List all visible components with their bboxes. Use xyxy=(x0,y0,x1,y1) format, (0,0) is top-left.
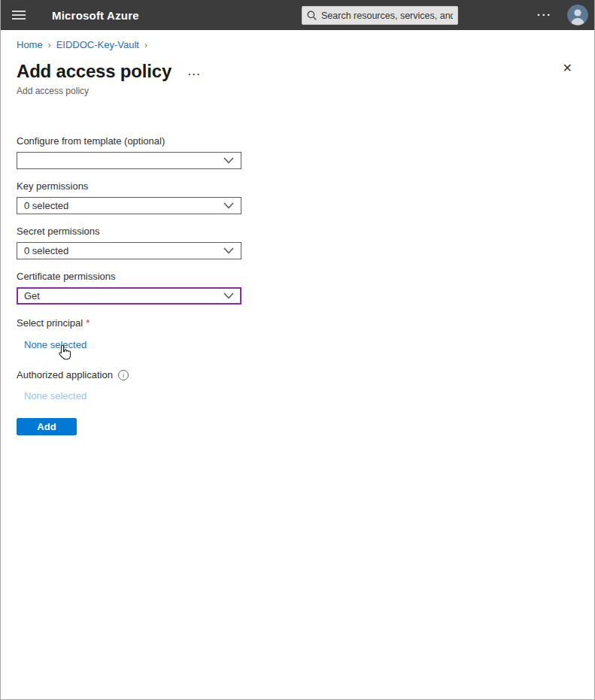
select-principal-block: Select principal* None selected xyxy=(17,317,578,351)
chevron-down-icon xyxy=(223,202,234,209)
hamburger-menu-icon[interactable] xyxy=(1,0,37,30)
chevron-down-icon xyxy=(223,157,234,164)
azure-brand-title: Microsoft Azure xyxy=(52,9,139,22)
key-permissions-select[interactable]: 0 selected xyxy=(17,197,241,214)
info-icon[interactable]: i xyxy=(118,370,129,380)
page-title: Add access policy xyxy=(17,61,172,82)
secret-permissions-select[interactable]: 0 selected xyxy=(17,242,241,259)
authorized-application-label: Authorized application xyxy=(17,369,113,380)
required-asterisk: * xyxy=(86,317,90,329)
select-principal-label: Select principal* xyxy=(17,317,578,329)
topbar-more-icon[interactable]: ··· xyxy=(533,6,557,24)
title-row: Add access policy ··· ✕ xyxy=(17,61,578,82)
field-configure-template: Configure from template (optional) xyxy=(17,135,578,169)
title-more-icon[interactable]: ··· xyxy=(188,68,202,80)
secret-permissions-label: Secret permissions xyxy=(17,226,578,237)
select-principal-link[interactable]: None selected xyxy=(24,339,87,350)
select-value: 0 selected xyxy=(24,245,223,256)
field-secret-permissions: Secret permissions 0 selected xyxy=(17,226,578,259)
global-search-input[interactable] xyxy=(321,11,453,21)
person-icon xyxy=(567,5,588,26)
breadcrumb: Home›EIDDOC-Key-Vault› xyxy=(17,39,578,51)
breadcrumb-home-link[interactable]: Home xyxy=(17,39,43,50)
breadcrumb-keyvault-link[interactable]: EIDDOC-Key-Vault xyxy=(56,39,139,50)
select-value: Get xyxy=(24,290,223,302)
search-icon xyxy=(307,11,317,20)
top-bar: Microsoft Azure ··· xyxy=(1,0,594,30)
certificate-permissions-select[interactable]: Get xyxy=(17,287,241,305)
configure-template-label: Configure from template (optional) xyxy=(17,135,578,147)
add-access-policy-form: Configure from template (optional) Key p… xyxy=(17,135,578,435)
authorized-application-none-selected: None selected xyxy=(24,390,578,402)
close-icon[interactable]: ✕ xyxy=(563,61,572,76)
topbar-right-group: ··· xyxy=(533,5,594,26)
field-certificate-permissions: Certificate permissions Get xyxy=(17,271,578,305)
field-key-permissions: Key permissions 0 selected xyxy=(17,180,578,214)
add-button[interactable]: Add xyxy=(17,418,77,435)
authorized-application-block: Authorized application i None selected xyxy=(17,369,578,402)
configure-template-select[interactable] xyxy=(17,152,241,169)
main-content: Home›EIDDOC-Key-Vault› Add access policy… xyxy=(1,30,594,435)
key-permissions-label: Key permissions xyxy=(17,180,578,192)
breadcrumb-separator: › xyxy=(48,40,51,50)
select-value: 0 selected xyxy=(24,200,223,211)
user-avatar[interactable] xyxy=(567,5,588,26)
breadcrumb-separator: › xyxy=(144,40,147,50)
chevron-down-icon xyxy=(223,292,234,299)
global-search-box[interactable] xyxy=(302,6,458,25)
certificate-permissions-label: Certificate permissions xyxy=(17,271,578,282)
chevron-down-icon xyxy=(223,247,234,254)
page-subtitle: Add access policy xyxy=(17,86,578,96)
